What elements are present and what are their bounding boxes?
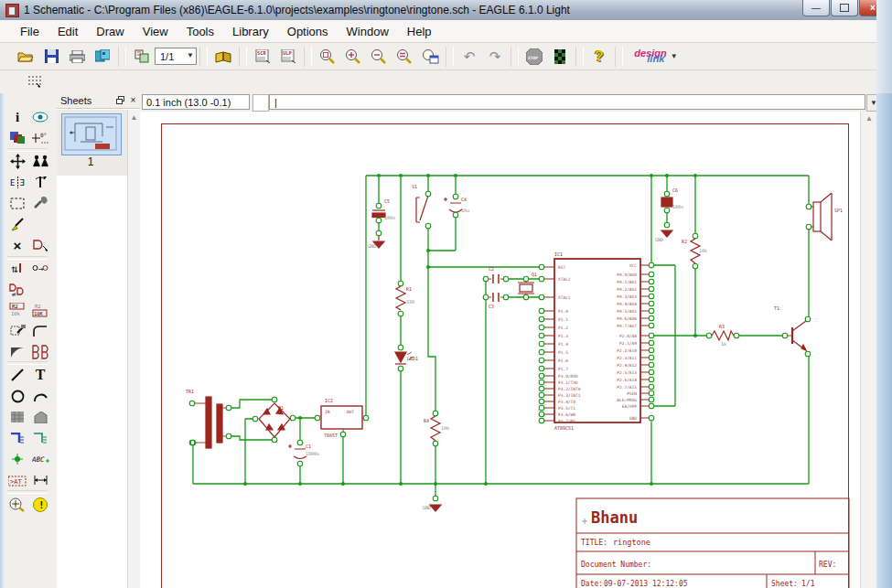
svg-text:0°: 0° <box>40 132 47 138</box>
minimize-button[interactable]: — <box>802 0 830 16</box>
invoke-tool[interactable] <box>30 343 50 361</box>
stop-button[interactable]: STOP <box>522 46 546 68</box>
rotate-tool[interactable] <box>30 173 50 191</box>
erc-tool[interactable] <box>7 496 27 514</box>
zoom-redraw-button[interactable] <box>418 46 442 68</box>
svg-text:S1: S1 <box>412 184 417 189</box>
print-button[interactable] <box>65 46 89 68</box>
delete-tool[interactable]: × <box>7 236 27 254</box>
group-tool[interactable] <box>7 194 27 212</box>
help-button[interactable]: ? <box>587 46 611 68</box>
sheets-scrollbar[interactable]: ▲ <box>127 110 140 588</box>
menu-item[interactable]: Library <box>223 22 278 41</box>
save-button[interactable] <box>39 46 63 68</box>
svg-text:B1: B1 <box>278 405 284 411</box>
errors-tool[interactable]: ! <box>30 496 50 514</box>
add-part-tool[interactable] <box>30 236 50 254</box>
menu-item[interactable]: Tools <box>177 22 223 41</box>
info-tool[interactable]: i <box>7 108 27 126</box>
scroll-up-icon: ▲ <box>861 114 877 123</box>
miter2-tool[interactable] <box>7 343 27 361</box>
script-button[interactable]: SCR <box>251 46 274 68</box>
miter-tool[interactable] <box>30 322 50 340</box>
junction-tool[interactable] <box>7 450 27 468</box>
title-bar[interactable]: 1 Schematic - C:\Program Files (x86)\EAG… <box>0 0 892 21</box>
mark-tool[interactable]: 0° <box>30 129 50 147</box>
name-tool[interactable]: R210k <box>7 301 27 319</box>
sheet-thumbnail[interactable] <box>61 113 122 155</box>
toolbar-separator <box>199 47 208 67</box>
menu-item[interactable]: File <box>11 22 48 41</box>
label-tool[interactable]: ABC <box>30 450 50 468</box>
open-button[interactable] <box>14 46 38 68</box>
change-tool[interactable] <box>30 194 50 212</box>
chevron-down-icon: ▼ <box>187 51 194 59</box>
menu-item[interactable]: Draw <box>87 22 133 41</box>
dimension-tool[interactable] <box>30 471 50 489</box>
wire-tool[interactable] <box>7 366 27 384</box>
maximize-button[interactable] <box>831 0 858 16</box>
polygon-tool[interactable] <box>30 408 50 426</box>
cam-button[interactable] <box>91 46 114 68</box>
menu-item[interactable]: Edit <box>48 22 87 41</box>
grid-button[interactable] <box>24 73 46 91</box>
smash-tool[interactable] <box>7 322 27 340</box>
net-tool[interactable] <box>30 429 50 447</box>
title-value: ringtone <box>613 538 650 547</box>
svg-text:P2.5/A13: P2.5/A13 <box>617 370 637 375</box>
command-input[interactable]: | <box>269 94 865 110</box>
checkered-icon <box>554 49 565 64</box>
menu-item[interactable]: Options <box>278 22 338 41</box>
zoom-in-button[interactable] <box>341 46 365 68</box>
ulp-button[interactable]: ULP <box>276 46 300 68</box>
pinswap-tool[interactable]: ⇅ <box>7 259 27 277</box>
bus-tool[interactable] <box>7 429 27 447</box>
circle-tool[interactable] <box>7 387 27 405</box>
display-layers-tool[interactable] <box>7 129 27 147</box>
canvas-vscrollbar[interactable]: ▲ <box>860 112 877 588</box>
svg-text:VCC: VCC <box>629 263 637 268</box>
schematic-canvas[interactable]: RSTXTAL2XTAL1P1.0P1.1P1.2P1.3P1.4P1.5P1.… <box>140 112 860 588</box>
svg-text:P1.7: P1.7 <box>558 367 568 371</box>
command-bar: 0.1 inch (13.0 -0.1) | ▼ <box>140 93 892 112</box>
menu-item[interactable]: View <box>134 22 177 41</box>
zoom-select-button[interactable] <box>392 46 416 68</box>
zoom-out-button[interactable] <box>367 46 391 68</box>
copy-tool[interactable] <box>30 152 50 170</box>
sheet-combo[interactable]: 1/1 ▼ <box>155 48 197 65</box>
rect-tool[interactable] <box>7 408 27 426</box>
show-tool[interactable] <box>30 108 50 126</box>
menu-item[interactable]: Window <box>338 22 398 41</box>
sheet-thumbnail-cell[interactable]: 1 <box>57 110 128 176</box>
float-panel-icon[interactable] <box>115 95 125 105</box>
sub-toolbar <box>0 70 892 94</box>
use-library-button[interactable] <box>211 46 235 68</box>
warning-icon: ! <box>33 497 48 512</box>
board-button[interactable] <box>130 46 154 68</box>
value-tool[interactable]: R210K <box>30 301 50 319</box>
redo-button[interactable]: ↷ <box>483 46 507 68</box>
replace-tool[interactable]: → <box>30 259 50 277</box>
zoom-fit-button[interactable] <box>316 46 339 68</box>
svg-text:P0.2/AD2: P0.2/AD2 <box>617 287 637 292</box>
svg-text:GND: GND <box>655 237 663 242</box>
svg-text:R4: R4 <box>424 418 429 423</box>
designlink-button[interactable]: designlink ▼ <box>627 46 685 68</box>
miter-icon <box>33 326 48 337</box>
gateswap-tool[interactable]: ⇄ <box>7 280 27 298</box>
undo-button[interactable]: ↶ <box>457 46 481 68</box>
toolbar-separator <box>575 47 584 67</box>
text-tool[interactable]: T <box>30 366 50 384</box>
tool-palette: i 0° EE × ⇅ → ⇄ R210k R210K T ABC >A <box>0 93 58 588</box>
sheets-panel-header[interactable]: Sheets × <box>57 93 140 109</box>
attribute-tool[interactable]: >AT <box>7 471 27 489</box>
run-button[interactable] <box>548 46 572 68</box>
mirror-tool[interactable]: EE <box>7 173 27 191</box>
pinswap-icon: ⇅ <box>11 261 24 275</box>
menu-item[interactable]: Help <box>398 22 441 41</box>
svg-text:P1.3: P1.3 <box>558 334 568 338</box>
move-tool[interactable] <box>7 152 27 170</box>
arc-tool[interactable] <box>30 387 50 405</box>
paste-tool[interactable] <box>7 215 27 233</box>
close-panel-icon[interactable]: × <box>128 95 138 105</box>
